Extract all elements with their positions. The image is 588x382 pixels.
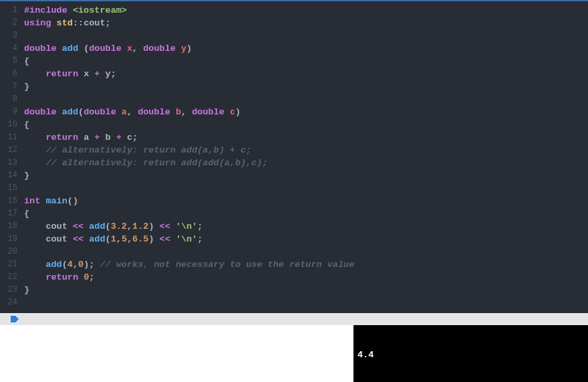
line-number: 22 [0, 271, 17, 284]
token: double [89, 43, 127, 54]
token: double [24, 107, 62, 117]
token: ; [197, 234, 202, 244]
token [24, 132, 45, 142]
code-line[interactable]: // alternatively: return add(add(a,b),c)… [24, 157, 588, 169]
token: main [45, 196, 67, 206]
token [24, 158, 45, 168]
token: 4 [67, 260, 73, 270]
bottom-panel: 4.4 12.5 Program ended with exit code: 0 [0, 325, 588, 382]
line-number: 3 [0, 29, 17, 42]
token: c [122, 132, 132, 142]
line-number: 17 [0, 207, 17, 220]
line-number: 16 [0, 195, 17, 207]
code-line[interactable] [24, 93, 588, 106]
code-line[interactable]: { [24, 55, 588, 68]
line-number: 18 [0, 220, 17, 233]
line-number: 11 [0, 131, 17, 144]
code-line[interactable]: add(4,0); // works, not necessary to use… [24, 258, 588, 271]
token: 1 [111, 234, 116, 244]
token [24, 260, 45, 270]
token: // alternatively: return add(a,b) + c; [45, 145, 251, 155]
token: b [176, 107, 181, 117]
token: add [89, 221, 105, 231]
token: << [160, 234, 170, 244]
code-line[interactable]: double add(double a, double b, double c) [24, 106, 588, 118]
code-line[interactable]: cout << add(3.2,1.2) << '\n'; [24, 220, 588, 233]
code-line[interactable]: using std::cout; [24, 17, 588, 29]
token: ) [148, 221, 159, 231]
code-line[interactable]: } [24, 80, 588, 93]
code-line[interactable]: return 0; [24, 271, 588, 284]
token: ) [148, 234, 159, 244]
token: << [160, 221, 170, 231]
code-area[interactable]: #include <iostream>using std::cout;doubl… [20, 1, 588, 313]
token: << [73, 221, 84, 231]
line-number: 13 [0, 157, 17, 169]
code-line[interactable] [24, 246, 588, 258]
token: using [24, 18, 57, 28]
code-line[interactable]: { [24, 207, 588, 220]
line-number: 14 [0, 169, 17, 182]
code-line[interactable] [24, 182, 588, 195]
line-number: 21 [0, 258, 17, 271]
token: } [24, 285, 29, 295]
token: ; [106, 18, 111, 28]
token: '\n' [176, 234, 197, 244]
line-number: 20 [0, 246, 17, 258]
run-pointer-icon [11, 316, 19, 322]
code-line[interactable]: double add (double x, double y) [24, 42, 588, 55]
line-number-gutter: 123456789101112131415161718192021222324 [0, 1, 20, 313]
line-number: 10 [0, 118, 17, 131]
token: ; [111, 69, 116, 79]
token: double [138, 107, 176, 117]
code-line[interactable]: } [24, 169, 588, 182]
token: add [62, 43, 84, 54]
code-line[interactable] [24, 296, 588, 309]
token: // works, not necessary to use the retur… [100, 260, 354, 270]
token: } [24, 82, 29, 92]
code-line[interactable]: #include <iostream> [24, 4, 588, 17]
line-number: 9 [0, 106, 17, 118]
token [170, 234, 176, 244]
line-number: 6 [0, 68, 17, 80]
token: '\n' [176, 221, 197, 231]
code-line[interactable]: int main() [24, 195, 588, 207]
token: return [45, 132, 84, 142]
token: ) [186, 43, 192, 54]
token: double [84, 107, 122, 117]
code-line[interactable]: return x + y; [24, 68, 588, 80]
token: #include [24, 5, 73, 15]
token: y [100, 69, 110, 79]
variables-pane[interactable] [0, 325, 353, 382]
token: y [181, 43, 186, 54]
console-line: 4.4 [357, 349, 584, 361]
token: , [73, 260, 78, 270]
token: double [143, 43, 181, 54]
token: int [24, 196, 45, 206]
token: ( [62, 260, 67, 270]
token: , [116, 234, 122, 244]
code-editor[interactable]: 123456789101112131415161718192021222324 … [0, 0, 588, 313]
token: + [116, 132, 122, 142]
token [24, 234, 45, 244]
token: ( [78, 107, 84, 117]
line-number: 2 [0, 17, 17, 29]
token: 3.2 [111, 221, 127, 231]
token [24, 272, 45, 282]
breakpoint-bar[interactable] [0, 313, 588, 325]
line-number: 5 [0, 55, 17, 68]
token: 0 [78, 260, 84, 270]
token: double [192, 107, 230, 117]
code-line[interactable]: // alternatively: return add(a,b) + c; [24, 144, 588, 157]
code-line[interactable]: cout << add(1,5,6.5) << '\n'; [24, 233, 588, 246]
token: , [127, 234, 132, 244]
code-line[interactable]: } [24, 284, 588, 296]
output-console[interactable]: 4.4 12.5 Program ended with exit code: 0 [353, 325, 588, 382]
code-line[interactable]: return a + b + c; [24, 131, 588, 144]
token: , [127, 107, 138, 117]
token: () [67, 196, 78, 206]
code-line[interactable]: { [24, 118, 588, 131]
token: ); [84, 260, 100, 270]
token: return [45, 272, 84, 282]
code-line[interactable] [24, 29, 588, 42]
